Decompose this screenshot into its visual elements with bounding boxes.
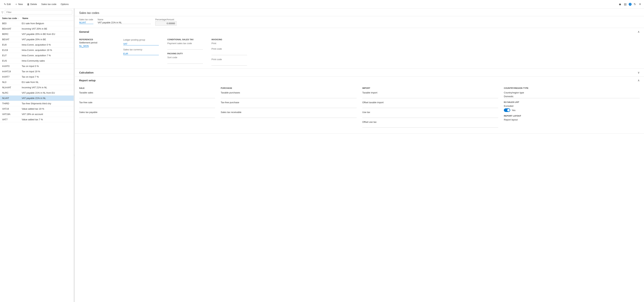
list-item[interactable]: EU19 Intra-Comm. acquisition 19 % xyxy=(0,48,74,53)
invoicing-title: INVOICING xyxy=(212,39,247,41)
print-code-label2: Print code xyxy=(212,58,247,61)
search-input[interactable] xyxy=(6,11,70,14)
packing-duty-title: PACKING DUTY xyxy=(167,53,203,55)
list-item[interactable]: BEVAT VAT payable 20% in BE xyxy=(0,37,74,42)
sales-tax-receivable-input[interactable] xyxy=(221,114,356,118)
country-region-col: COUNTRY/REGION TYPE Country/region type … xyxy=(504,87,640,130)
general-grid: REFERENCES Settlement period NL_MON xyxy=(79,39,640,66)
references-title: REFERENCES xyxy=(79,39,115,41)
tax-free-purchase-label: Tax-free purchase xyxy=(221,101,356,104)
print-code-input1[interactable] xyxy=(212,52,247,55)
close-icon[interactable]: ✕ xyxy=(638,2,642,7)
report-setup-chevron-icon: ∧ xyxy=(638,79,640,82)
diamond-icon[interactable]: ◆ xyxy=(618,2,622,7)
list-item-name: Intra-Community sales xyxy=(22,60,72,62)
sale-col: SALE Taxable sales Tax-free sale Sales t… xyxy=(79,87,215,130)
packing-duty-block: PACKING DUTY Sort code xyxy=(167,53,203,64)
sales-tax-code-button[interactable]: Sales tax code xyxy=(40,2,58,7)
eu-sales-list-title: EU SALES LIST xyxy=(504,101,640,103)
country-region-type-value[interactable]: Domestic xyxy=(504,95,640,98)
list-item-name: Value added tax 19 % xyxy=(22,108,72,110)
list-item[interactable]: BEInVAT Incoming VAT 20% in BE xyxy=(0,26,74,32)
list-item[interactable]: VAT7 Value added tax 7 % xyxy=(0,117,74,122)
taxable-purchases-input[interactable] xyxy=(221,95,356,98)
settlement-period-link[interactable]: NL_MON xyxy=(79,45,89,48)
excluded-toggle[interactable] xyxy=(504,108,510,112)
report-setup-section-title: Report setup xyxy=(79,79,96,82)
report-setup-section-header[interactable]: Report setup ∧ xyxy=(75,77,644,84)
delete-button[interactable]: 🗑 Delete xyxy=(25,2,39,7)
list-item[interactable]: NLInVAT Incoming VAT 21% in NL xyxy=(0,85,74,90)
list-item[interactable]: InVAT19 Tax on input 19 % xyxy=(0,69,74,74)
list-item[interactable]: InVAT7 Tax on input 7 % xyxy=(0,74,74,80)
sales-tax-currency-link[interactable]: EUR xyxy=(123,52,159,55)
print-code-label: Print code xyxy=(212,48,247,50)
list-item[interactable]: InVAT0 Tax on input 0 % xyxy=(0,64,74,69)
list-item[interactable]: BERC VAT payable 20% in BE from EU xyxy=(0,32,74,37)
use-tax-input[interactable] xyxy=(362,114,498,118)
offset-use-tax-label: Offset use tax xyxy=(362,121,498,123)
list-item[interactable]: NLVAT VAT payable 21% in NL xyxy=(0,96,74,101)
invoicing-col: INVOICING Print Print code Print code xyxy=(212,39,247,66)
list-item-name: Tax on input 7 % xyxy=(22,76,72,78)
col-name-header: Name xyxy=(22,17,72,20)
col-code-header[interactable]: Sales tax code ↑ xyxy=(2,17,22,20)
list-item[interactable]: VAT19A VAT 19% on account xyxy=(0,112,74,117)
ledger-posting-group-link[interactable]: VAT xyxy=(123,43,159,45)
tax-free-purchase-input[interactable] xyxy=(221,105,356,108)
offset-use-tax-input[interactable] xyxy=(362,124,498,128)
offset-taxable-import-input[interactable] xyxy=(362,105,498,108)
ledger-posting-group-block: Ledger posting group VAT xyxy=(123,39,159,45)
conditional-col: CONDITIONAL SALES TAX Payment sales tax … xyxy=(167,39,203,66)
new-button[interactable]: ＋ New xyxy=(13,2,24,7)
sales-tax-payable-label: Sales tax payable xyxy=(79,111,215,114)
list-item-code: InVAT0 xyxy=(2,65,22,68)
sort-code-input[interactable] xyxy=(167,60,203,64)
list-item[interactable]: THIRD Tax-free Shipments third ctry xyxy=(0,101,74,106)
payment-sales-tax-input[interactable] xyxy=(167,46,203,50)
list-item[interactable]: BE0 EU sale from Belgium xyxy=(0,21,74,26)
tax-free-sale-label: Tax-free sale xyxy=(79,101,215,104)
right-panel: Sales tax codes Sales tax code NLVAT Nam… xyxy=(75,9,644,302)
notification-badge[interactable]: 0 xyxy=(629,3,632,6)
list-item-code: EU0 xyxy=(2,44,22,46)
edit-button[interactable]: ✎ Edit xyxy=(2,2,12,7)
references-block: REFERENCES Settlement period NL_MON xyxy=(79,39,115,48)
excluded-label: Excluded xyxy=(504,105,640,107)
list-item-code: THIRD xyxy=(2,102,22,105)
list-item[interactable]: NLRC VAT payable 21% in NL from EU xyxy=(0,90,74,96)
use-tax-label: Use tax xyxy=(362,111,498,114)
conditional-block: CONDITIONAL SALES TAX Payment sales tax … xyxy=(167,39,203,50)
filter-icon[interactable]: ▽ xyxy=(2,11,4,14)
general-section-header[interactable]: General ∧ xyxy=(75,28,644,36)
sales-tax-code-link[interactable]: NLVAT xyxy=(79,21,93,24)
report-setup-section: Report setup ∧ SALE Taxable sales Tax-fr… xyxy=(75,77,644,133)
taxable-sales-input[interactable] xyxy=(79,95,215,98)
report-layout-label: Report layout xyxy=(504,118,640,121)
print-code-block1: Print code xyxy=(212,48,247,55)
list-item[interactable]: EUS Intra-Community sales xyxy=(0,58,74,64)
invoicing-block: INVOICING Print xyxy=(212,39,247,45)
tax-free-sale-input[interactable] xyxy=(79,105,215,108)
sales-tax-payable-input[interactable] xyxy=(79,114,215,118)
sales-tax-currency-label: Sales tax currency xyxy=(123,48,159,51)
print-code-input2[interactable] xyxy=(212,62,247,66)
list-item[interactable]: EU0 Intra-Comm. acquisition 0 % xyxy=(0,42,74,48)
calculation-section: Calculation ∨ xyxy=(75,69,644,77)
list-item-name: VAT payable 20% in BE from EU xyxy=(22,33,72,36)
refresh-icon[interactable]: ↻ xyxy=(633,2,637,7)
report-setup-content: SALE Taxable sales Tax-free sale Sales t… xyxy=(75,84,644,133)
list-item-code: EU7 xyxy=(2,54,22,57)
options-button[interactable]: Options xyxy=(59,2,70,7)
offset-use-tax-field: Offset use tax xyxy=(362,121,498,128)
calculation-section-header[interactable]: Calculation ∨ xyxy=(75,69,644,76)
tax-free-sale-field: Tax-free sale xyxy=(79,101,215,108)
layout-icon[interactable]: ▤ xyxy=(623,2,627,7)
list-item[interactable]: EU7 Intra-Comm. acquisition 7 % xyxy=(0,53,74,58)
taxable-import-input[interactable] xyxy=(362,95,498,98)
list-item[interactable]: NL0 EU sale from NL xyxy=(0,80,74,85)
list-item[interactable]: VAT19 Value added tax 19 % xyxy=(0,106,74,112)
report-grid: SALE Taxable sales Tax-free sale Sales t… xyxy=(79,87,640,130)
list-item-code: NLVAT xyxy=(2,97,22,100)
calculation-chevron-icon: ∨ xyxy=(638,71,640,74)
